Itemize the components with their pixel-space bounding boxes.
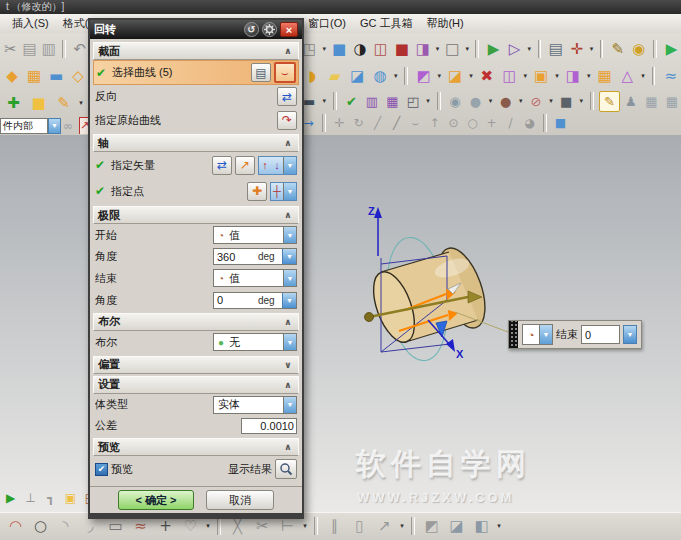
- show-result-button[interactable]: [275, 459, 297, 479]
- copy-icon[interactable]: ▤: [21, 37, 38, 60]
- dropdown-arrow-icon[interactable]: ▾: [495, 522, 503, 530]
- section-c-icon[interactable]: ◨: [413, 37, 432, 60]
- arrow-up-icon[interactable]: ↑: [426, 115, 443, 132]
- chevron-down-icon[interactable]: ▼: [283, 183, 296, 200]
- arc-red-icon[interactable]: ◠: [4, 515, 27, 538]
- dropdown-arrow-icon[interactable]: ▾: [553, 72, 560, 80]
- assembly-arrow-icon[interactable]: ▷: [505, 37, 524, 60]
- dropdown-arrow-icon[interactable]: ▾: [434, 45, 441, 53]
- scissors-icon[interactable]: ✂: [2, 37, 19, 60]
- curve-select-button[interactable]: ⌣: [274, 62, 296, 83]
- dropdown-arrow-icon[interactable]: ▾: [526, 45, 533, 53]
- curve-rule-button[interactable]: ▤: [251, 63, 271, 82]
- dialog-titlebar[interactable]: 回转 ↺ ×: [90, 20, 302, 39]
- move-face-icon[interactable]: ◩: [413, 65, 434, 88]
- sphere-wire-icon[interactable]: ◍: [370, 65, 391, 88]
- section-a-icon[interactable]: ◫: [371, 37, 390, 60]
- dropdown-arrow-icon[interactable]: ▾: [522, 72, 529, 80]
- settings-group-header[interactable]: 设置 ∧: [93, 376, 299, 394]
- cubes-icon[interactable]: ▣: [62, 490, 79, 507]
- pull-face-icon[interactable]: ◪: [445, 65, 466, 88]
- wedge-a-icon[interactable]: ◪: [445, 515, 468, 538]
- tray-icon[interactable]: ▦: [24, 65, 44, 88]
- dropdown-arrow-icon[interactable]: ▾: [517, 97, 525, 105]
- end-angle-value[interactable]: 0: [214, 294, 258, 306]
- no-selection-icon[interactable]: ⊘: [527, 92, 545, 111]
- sheet-icon[interactable]: ▰: [325, 65, 346, 88]
- preview-checkbox[interactable]: ✔: [95, 463, 108, 476]
- chevron-down-icon[interactable]: ▼: [48, 118, 61, 134]
- dropdown-arrow-icon[interactable]: ▾: [424, 97, 432, 105]
- start-angle-value[interactable]: 360: [214, 251, 258, 263]
- dropdown-arrow-icon[interactable]: ▾: [588, 45, 595, 53]
- end-mode-combo[interactable]: ◔ 值 ▼: [213, 269, 297, 287]
- point-type-button[interactable]: ┼ ▼: [270, 182, 297, 201]
- layer-list-icon[interactable]: ▤: [546, 37, 565, 60]
- chevron-up-icon[interactable]: ∧: [282, 138, 294, 148]
- spinner-down-button[interactable]: ▼: [623, 325, 637, 344]
- dropdown-arrow-icon[interactable]: ▾: [77, 99, 85, 107]
- delete-face-icon[interactable]: ✖: [477, 65, 498, 88]
- wedge-b-icon[interactable]: ◧: [470, 515, 493, 538]
- dropdown-arrow-icon[interactable]: ▾: [487, 97, 495, 105]
- axis-group-header[interactable]: 轴 ∧: [93, 134, 299, 152]
- dark-square-icon[interactable]: ■: [557, 92, 575, 111]
- preview-group-header[interactable]: 预览 ∧: [93, 438, 299, 456]
- menu-right-item-2[interactable]: 帮助(H): [420, 15, 469, 32]
- moon-icon[interactable]: ◗: [302, 65, 323, 88]
- corner-sk-icon[interactable]: ◩: [420, 515, 443, 538]
- dropdown-arrow-icon[interactable]: ▾: [392, 72, 399, 80]
- chevron-up-icon[interactable]: ∧: [282, 46, 294, 56]
- drag-handle[interactable]: [509, 321, 518, 348]
- csys-axes-icon[interactable]: ✛: [567, 37, 586, 60]
- dropdown-arrow-icon[interactable]: ▾: [301, 522, 309, 530]
- spinner-button[interactable]: ▼: [282, 249, 296, 264]
- spinner-button[interactable]: ▼: [282, 293, 296, 308]
- chain-icon[interactable]: ∞: [63, 117, 73, 134]
- shiny-sphere-icon[interactable]: ◉: [446, 92, 464, 111]
- vector-dialog-button[interactable]: ⇄: [212, 156, 232, 175]
- pipe-icon[interactable]: ┓: [42, 490, 59, 507]
- menu-right-item-0[interactable]: 窗口(O): [302, 15, 352, 32]
- dropdown-arrow-icon[interactable]: ▾: [467, 72, 474, 80]
- eraser-icon[interactable]: ▬: [46, 65, 66, 88]
- nav-target-button[interactable]: ↗: [79, 117, 88, 134]
- circle-center-icon[interactable]: ⊙: [445, 115, 462, 132]
- dropdown-arrow-icon[interactable]: ▾: [464, 45, 471, 53]
- play-icon[interactable]: ▶: [662, 37, 681, 60]
- blend-face-icon[interactable]: △: [617, 65, 638, 88]
- origin-curve-button[interactable]: ↷: [277, 111, 297, 130]
- dropdown-arrow-icon[interactable]: ▾: [585, 72, 592, 80]
- start-angle-field[interactable]: 360 deg ▼: [213, 248, 297, 265]
- point-dialog-button[interactable]: ✚: [247, 182, 267, 201]
- dropdown-arrow-icon[interactable]: ▾: [577, 97, 585, 105]
- chevron-up-icon[interactable]: ∧: [282, 442, 294, 452]
- chevron-up-icon[interactable]: ∧: [282, 380, 294, 390]
- check-mark-icon[interactable]: ✔: [342, 92, 360, 111]
- dropdown-arrow-icon[interactable]: ▾: [204, 522, 212, 530]
- line-snap-icon[interactable]: ╱: [369, 115, 386, 132]
- dark-sphere-icon[interactable]: ●: [497, 92, 515, 111]
- resize-face-icon[interactable]: ▣: [531, 65, 552, 88]
- dropdown-arrow-icon[interactable]: ▾: [320, 97, 328, 105]
- chevron-down-icon[interactable]: ▼: [283, 157, 296, 174]
- selection-scope-combo[interactable]: 件内部 ▼: [0, 118, 61, 134]
- compare-icon[interactable]: ▥: [363, 92, 381, 111]
- paste-icon[interactable]: ▥: [40, 37, 57, 60]
- nodes-icon[interactable]: ◇: [68, 65, 88, 88]
- reset-button[interactable]: ↺: [244, 22, 259, 37]
- undo-icon[interactable]: ↶: [71, 37, 88, 60]
- wire-box-icon[interactable]: ◰: [404, 92, 422, 111]
- dropdown-arrow-icon[interactable]: ▾: [436, 72, 443, 80]
- circle-sk-icon[interactable]: ○: [29, 515, 52, 538]
- slash-snap-icon[interactable]: /: [502, 115, 519, 132]
- datum-icon[interactable]: ◆: [2, 65, 22, 88]
- close-button[interactable]: ×: [280, 22, 298, 37]
- menu-right-item-1[interactable]: GC 工具箱: [354, 15, 419, 32]
- window-square-icon[interactable]: □: [443, 37, 462, 60]
- reverse-direction-button[interactable]: ⇄: [277, 87, 297, 106]
- pattern-face-icon[interactable]: ▦: [594, 65, 615, 88]
- chevron-down-icon[interactable]: ▼: [283, 397, 296, 413]
- pencil-highlight-icon[interactable]: ✎: [599, 91, 619, 112]
- chevron-up-icon[interactable]: ∧: [282, 210, 294, 220]
